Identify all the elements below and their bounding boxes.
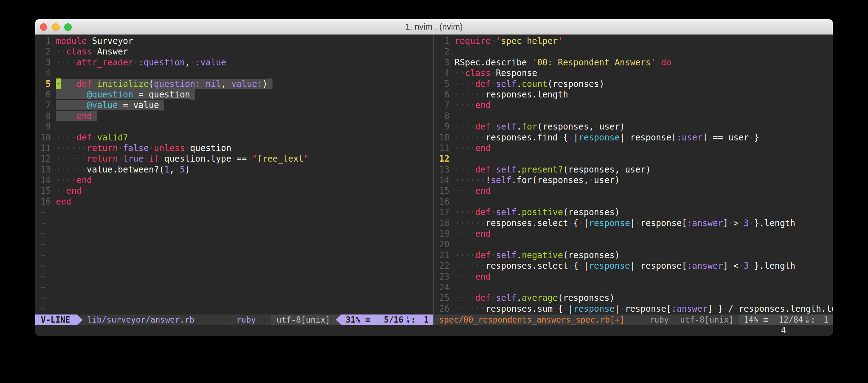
code-line[interactable]: 10····def·valid? — [35, 132, 433, 143]
code-line[interactable]: 2 — [434, 46, 833, 57]
code-line[interactable]: 9 — [35, 121, 433, 132]
code-token: question.type — [164, 153, 231, 164]
code-line[interactable]: 1require·'spec_helper' — [434, 35, 833, 46]
code-token: ···· — [455, 207, 475, 217]
code-line[interactable]: 3RSpec.describe·'00: Respondent Answers'… — [434, 57, 833, 68]
code-line[interactable]: 17····def·self.positive(responses) — [434, 207, 833, 217]
code-line[interactable]: 15····end — [434, 185, 833, 196]
line-number: 2 — [35, 46, 51, 57]
code-area-left[interactable]: 1module·Surveyor2··class·Answer3····attr… — [35, 35, 433, 314]
line-position: 12/84 — [779, 314, 803, 325]
code-token: def — [475, 165, 491, 174]
code-line[interactable]: 8 — [434, 110, 833, 121]
code-line[interactable]: 15··end — [35, 185, 433, 196]
code-line[interactable]: 14······!self.for(responses,·user) — [434, 175, 833, 185]
code-line[interactable]: 12······return·true·if·question.type·==·… — [35, 153, 433, 164]
pane-spec-rb[interactable]: 1require·'spec_helper'23RSpec.describe·'… — [434, 35, 833, 325]
code-token: :answer — [687, 260, 723, 271]
code-token: | — [630, 260, 636, 271]
visual-selection: ····def·initialize(question:·nil,·value:… — [56, 79, 273, 89]
code-token: @question — [87, 90, 133, 99]
code-token: · — [491, 293, 496, 303]
line-number: 8 — [434, 110, 450, 121]
lines-icon: ≡ — [365, 314, 370, 325]
code-token: · — [620, 304, 625, 314]
code-line[interactable]: 4··class·Response — [434, 68, 833, 78]
pane-answer-rb[interactable]: 1module·Surveyor2··class·Answer3····attr… — [35, 35, 433, 325]
code-token: response — [589, 218, 630, 228]
line-number: 18 — [434, 218, 450, 228]
code-token: spec_helper — [501, 36, 558, 46]
code-line[interactable]: 16 — [434, 196, 833, 207]
code-token: > — [733, 218, 739, 228]
code-line[interactable]: 22······responses.select·{·|response|·re… — [434, 260, 833, 271]
code-token: responses.select — [486, 218, 568, 228]
code-line[interactable]: 5····def·initialize(question:·nil,·value… — [35, 78, 433, 89]
chevron-left-icon: ‹ — [221, 314, 233, 325]
code-token: negative — [522, 250, 563, 260]
code-token: }.length — [754, 218, 795, 228]
code-line[interactable]: 4 — [35, 68, 433, 78]
code-token: { — [574, 218, 579, 228]
code-token: Response — [496, 68, 537, 78]
code-line[interactable]: 23····end — [434, 271, 833, 282]
code-line[interactable]: 2··class·Answer — [35, 46, 433, 57]
code-line[interactable]: 11······return·false·unless·question — [35, 143, 433, 153]
titlebar[interactable]: 1. nvim . (nvim) — [35, 19, 833, 35]
code-token: · — [175, 165, 180, 174]
code-token: · — [568, 260, 574, 271]
code-line[interactable]: 11····end — [434, 143, 833, 153]
line-number: 1 — [35, 35, 51, 46]
code-line[interactable]: 13····def·self.present?(responses,·user) — [434, 164, 833, 175]
filetype-label: ruby — [644, 314, 674, 325]
powerline-arrow-icon — [336, 314, 341, 325]
code-token: free_text — [257, 153, 304, 164]
editor-split: 1module·Surveyor2··class·Answer3····attr… — [35, 35, 833, 325]
empty-line-tilde: ~ — [35, 218, 433, 228]
code-area-right[interactable]: 1require·'spec_helper'23RSpec.describe·'… — [434, 35, 833, 314]
code-line[interactable]: 1module·Surveyor — [35, 35, 433, 46]
code-token: positive — [522, 207, 563, 217]
code-line[interactable]: 18······responses.select·{·|response|·re… — [434, 218, 833, 228]
code-line[interactable]: 8····end — [35, 110, 433, 121]
empty-line-tilde: ~ — [35, 282, 433, 292]
code-line[interactable]: 3····attr_reader·:question,·:value — [35, 57, 433, 68]
code-token: present? — [522, 165, 563, 174]
line-number: 19 — [434, 228, 450, 239]
selection-tail — [190, 89, 195, 100]
code-line[interactable]: 7····end — [434, 100, 833, 110]
line-number: 6 — [434, 89, 450, 100]
code-line[interactable]: 19····end — [434, 228, 833, 239]
code-token: ' — [496, 36, 501, 46]
line-number: 21 — [434, 250, 450, 260]
code-token: response[ — [630, 132, 677, 142]
line-number: 7 — [434, 100, 450, 110]
empty-line-tilde: ~ — [35, 303, 433, 314]
file-path: lib/surveyor/answer.rb — [83, 314, 194, 325]
code-token: } — [754, 132, 759, 142]
code-line[interactable]: 7······@value·=·value — [35, 100, 433, 110]
code-line[interactable]: 26······responses.sum·{·|response|·respo… — [434, 303, 833, 314]
code-line[interactable]: 21····def·self.negative(responses) — [434, 250, 833, 260]
code-token: value.between?( — [87, 165, 164, 174]
code-token: · — [185, 143, 190, 153]
visual-selection: ····end — [56, 111, 97, 121]
code-line[interactable]: 20 — [434, 239, 833, 249]
code-line[interactable]: 6······@question·=·question — [35, 89, 433, 100]
code-line[interactable]: 9····def·self.for(responses,·user) — [434, 121, 833, 132]
code-line[interactable]: 6······responses.length — [434, 89, 833, 100]
code-line[interactable]: 25····def·self.average(responses) — [434, 292, 833, 303]
code-line[interactable]: 5····def·self.count(responses) — [434, 78, 833, 89]
code-token: ···· — [455, 79, 475, 89]
code-line[interactable]: 24 — [434, 282, 833, 292]
code-line[interactable]: 14····end — [35, 175, 433, 185]
code-line[interactable]: 10······responses.find·{·|response|·resp… — [434, 132, 833, 143]
code-line[interactable]: 13······value.between?(1,·5) — [35, 164, 433, 175]
code-token: ···· — [56, 111, 76, 121]
code-token: ··· — [61, 79, 77, 89]
line-number: 20 — [434, 239, 450, 249]
code-line[interactable]: 16end — [35, 196, 433, 207]
code-line[interactable]: 12 — [434, 153, 833, 164]
code-token: responses.length — [486, 90, 568, 99]
code-token: " — [252, 153, 257, 164]
